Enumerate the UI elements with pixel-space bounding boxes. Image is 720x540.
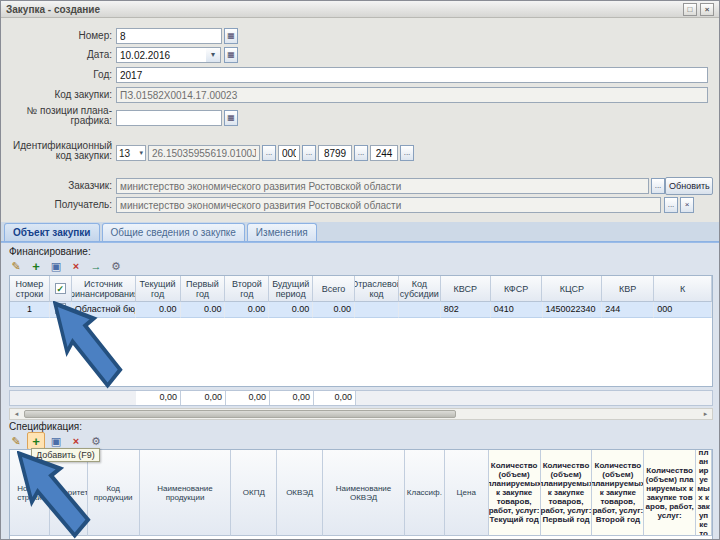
ikz-segment-1-input[interactable] (278, 145, 300, 161)
column-header[interactable]: ✓ (50, 276, 72, 302)
scrollbar-thumb[interactable] (24, 410, 456, 418)
edit-icon: ✎ (11, 260, 20, 273)
ikz-browse-button-4[interactable]: ... (400, 145, 414, 161)
column-label: Цена (457, 488, 476, 497)
settings-button[interactable]: ⚙ (107, 257, 125, 275)
column-header[interactable]: Первый год (181, 276, 226, 302)
column-header[interactable]: Текущий год (136, 276, 181, 302)
totals-first-year: 0,00 (181, 391, 226, 405)
number-input[interactable] (116, 28, 222, 44)
column-header[interactable]: Код продукции (88, 450, 140, 536)
add-button[interactable]: + (27, 257, 45, 275)
ellipsis-icon: ... (306, 148, 313, 157)
grid-icon: ▦ (227, 31, 235, 40)
annotation-arrow-add-button (17, 451, 91, 539)
column-label: Количество (объем) планируемых к закупке… (592, 461, 644, 524)
column-header[interactable]: КВСР (441, 276, 491, 302)
column-header[interactable]: Код субсидии (399, 276, 441, 302)
close-icon: × (705, 5, 710, 14)
recipient-input[interactable] (116, 197, 661, 213)
column-header[interactable]: Наименование ОКВЭД (323, 450, 405, 536)
copy-button[interactable]: ▣ (47, 257, 65, 275)
column-header[interactable]: Источник финансирования (72, 276, 136, 302)
column-header[interactable]: К (654, 276, 712, 302)
column-header[interactable]: Классиф. (405, 450, 445, 536)
ikz-code-input[interactable] (148, 145, 260, 161)
customer-browse-button[interactable]: ... (651, 178, 665, 194)
column-label: Всего (322, 284, 346, 294)
cell-first-year: 0.00 (181, 302, 226, 318)
purchase-code-label: Код закупки: (1, 89, 112, 100)
column-header[interactable]: КЦСР (542, 276, 602, 302)
cell-kvsr: 802 (441, 302, 491, 318)
cell-current-year: 0.00 (136, 302, 181, 318)
edit-button[interactable]: ✎ (7, 257, 25, 275)
recipient-clear-button[interactable]: × (680, 197, 694, 213)
column-label: Первый год (182, 279, 224, 299)
column-header[interactable]: Второй год (225, 276, 269, 302)
plan-position-input[interactable] (116, 110, 222, 126)
purchase-code-input[interactable] (116, 87, 708, 103)
column-header[interactable]: Количество (объем) планируемых к закупке… (489, 450, 541, 536)
column-header[interactable]: Цена (445, 450, 489, 536)
copy-icon: ▣ (51, 435, 61, 448)
ikz-browse-button-1[interactable]: ... (262, 145, 276, 161)
cell-kcsr: 1450022340 (543, 302, 603, 318)
ikz-browse-button-2[interactable]: ... (302, 145, 316, 161)
column-label: Наименование ОКВЭД (324, 484, 403, 502)
delete-icon: × (73, 260, 79, 272)
export-button[interactable]: → (87, 257, 105, 275)
ikz-segment-2-input[interactable] (318, 145, 352, 161)
close-button[interactable]: × (700, 3, 714, 16)
column-header[interactable]: Всего (313, 276, 355, 302)
column-header[interactable]: КВР (602, 276, 654, 302)
column-label: Отраслевой код (355, 279, 399, 299)
column-header[interactable]: Будущий период (269, 276, 313, 302)
column-header[interactable]: Количество (объем) планируемых к закупке… (696, 450, 712, 536)
column-header[interactable]: КФСР (491, 276, 543, 302)
delete-button[interactable]: × (67, 257, 85, 275)
column-label: Источник финансирования (72, 279, 136, 299)
scroll-right-icon[interactable]: ▸ (699, 409, 712, 419)
calendar-trigger-button[interactable]: ▾ (206, 47, 221, 63)
column-header[interactable]: ОКПД (231, 450, 277, 536)
tab-changes[interactable]: Изменения (247, 223, 317, 241)
tab-purchase-object[interactable]: Объект закупки (4, 223, 100, 241)
tab-general-info[interactable]: Общие сведения о закупке (102, 223, 245, 241)
column-header[interactable]: Количество (объем) планируемых к закупке… (592, 450, 644, 536)
refresh-button[interactable]: Обновить (665, 177, 713, 195)
ikz-segment-3-input[interactable] (370, 145, 398, 161)
number-generate-button[interactable]: ▦ (224, 28, 238, 44)
year-label: Год: (1, 69, 112, 80)
tab-label: Объект закупки (13, 227, 91, 238)
column-header[interactable]: Отраслевой код (355, 276, 399, 302)
recipient-browse-button[interactable]: ... (664, 197, 678, 213)
date-input[interactable] (116, 47, 207, 63)
horizontal-scrollbar[interactable]: ◂ ▸ (9, 408, 713, 420)
ikz-browse-button-3[interactable]: ... (354, 145, 368, 161)
restore-button[interactable]: □ (683, 3, 697, 16)
edit-button[interactable]: ✎ (7, 432, 25, 450)
column-header[interactable]: Количество (объем) планируемых к закупке… (541, 450, 593, 536)
column-header[interactable]: Номер строки (10, 276, 50, 302)
grid-icon: ▦ (227, 50, 235, 59)
cell-future-period: 0.00 (269, 302, 313, 318)
window-buttons: □ × (683, 3, 714, 16)
scroll-left-icon[interactable]: ◂ (10, 409, 23, 419)
calendar-icon: ▾ (211, 50, 215, 59)
select-all-checkbox[interactable]: ✓ (55, 283, 66, 294)
ikz-label-2: код закупки: (1, 150, 112, 161)
customer-input[interactable] (116, 178, 649, 194)
column-header[interactable]: Количество (объем) планируемых к закупке… (644, 450, 696, 536)
date-extra-button[interactable]: ▦ (224, 47, 238, 63)
column-header[interactable]: ОКВЭД (277, 450, 323, 536)
column-header[interactable]: Наименование продукции (140, 450, 232, 536)
cell-kosgu: 000 (654, 302, 712, 318)
date-label: Дата: (1, 49, 112, 60)
plan-position-browse-button[interactable]: ▦ (224, 110, 238, 126)
ikz-type-select[interactable]: 13 ▾ (116, 145, 146, 161)
column-label: КЦСР (560, 284, 584, 294)
year-input[interactable] (116, 67, 708, 83)
financing-totals-row: 0,00 0,00 0,00 0,00 0,00 (9, 390, 713, 406)
cell-kfsr: 0410 (491, 302, 543, 318)
